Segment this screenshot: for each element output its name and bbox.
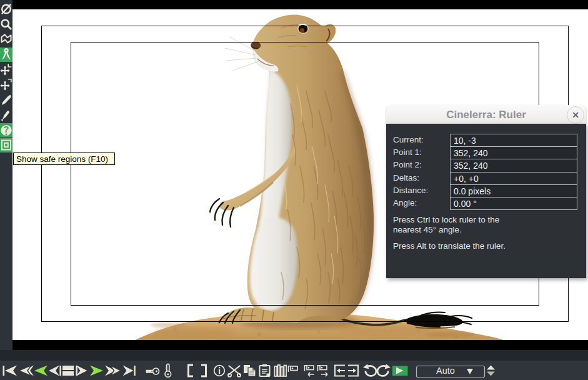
svg-text:?: ? <box>4 124 9 134</box>
svg-text:Auto: Auto <box>436 366 455 376</box>
